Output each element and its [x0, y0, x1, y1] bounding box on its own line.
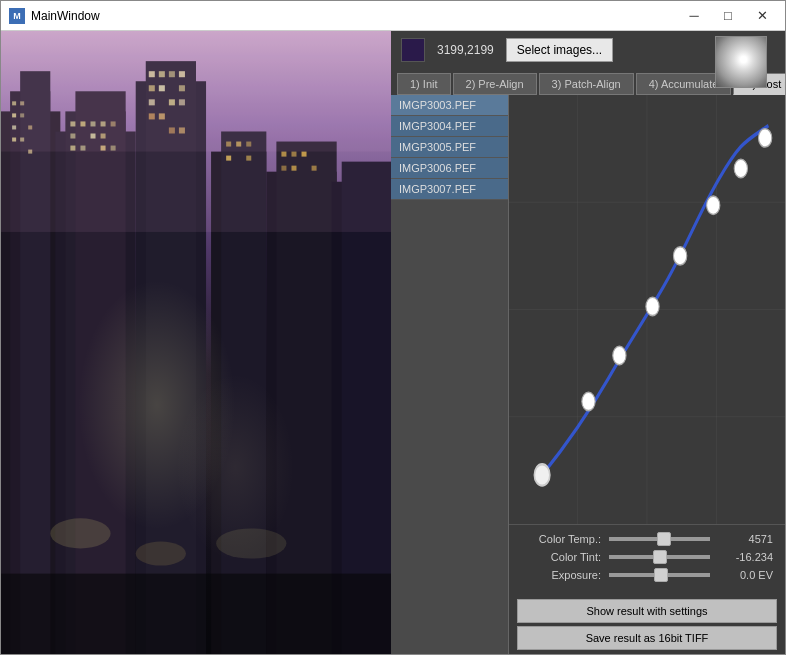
bottom-buttons: Show result with settings Save result as… [509, 595, 785, 654]
content-area: 3199,2199 Select images... 1) Init 2) Pr… [1, 31, 785, 654]
info-bar: 3199,2199 Select images... [391, 31, 785, 69]
exposure-label: Exposure: [521, 569, 601, 581]
color-tint-value: -16.234 [718, 551, 773, 563]
curve-point-0[interactable] [534, 464, 549, 485]
exposure-slider[interactable] [609, 573, 710, 577]
color-tint-row: Color Tint: -16.234 [521, 551, 773, 563]
curve-point-6[interactable] [734, 159, 747, 177]
curve-point-5[interactable] [707, 196, 720, 214]
select-images-button[interactable]: Select images... [506, 38, 613, 62]
curve-point-2[interactable] [613, 346, 626, 364]
tone-curve-svg [509, 95, 785, 524]
svg-rect-67 [1, 31, 391, 654]
curve-area: Color Temp.: 4571 Color Tint: -16.234 Ex… [509, 95, 785, 654]
middle-row: IMGP3003.PEF IMGP3004.PEF IMGP3005.PEF I… [391, 95, 785, 654]
maximize-button[interactable]: □ [713, 5, 743, 27]
file-item-1[interactable]: IMGP3004.PEF [391, 116, 508, 137]
preview-thumbnail [715, 36, 767, 88]
color-temp-label: Color Temp.: [521, 533, 601, 545]
show-result-button[interactable]: Show result with settings [517, 599, 777, 623]
curve-point-3[interactable] [646, 297, 659, 315]
save-result-button[interactable]: Save result as 16bit TIFF [517, 626, 777, 650]
file-list: IMGP3003.PEF IMGP3004.PEF IMGP3005.PEF I… [391, 95, 509, 654]
city-image [1, 31, 391, 654]
curve-point-4[interactable] [673, 247, 686, 265]
tab-init[interactable]: 1) Init [397, 73, 451, 95]
main-window: M MainWindow ─ □ ✕ [0, 0, 786, 655]
sliders-section: Color Temp.: 4571 Color Tint: -16.234 Ex… [509, 524, 785, 595]
window-controls: ─ □ ✕ [679, 5, 777, 27]
color-temp-row: Color Temp.: 4571 [521, 533, 773, 545]
tab-pre-align[interactable]: 2) Pre-Align [453, 73, 537, 95]
title-bar: M MainWindow ─ □ ✕ [1, 1, 785, 31]
exposure-value: 0.0 EV [718, 569, 773, 581]
top-right-area: Select images... [506, 38, 775, 62]
color-temp-slider[interactable] [609, 537, 710, 541]
color-temp-value: 4571 [718, 533, 773, 545]
tone-curve-canvas[interactable] [509, 95, 785, 524]
coordinates-label: 3199,2199 [437, 43, 494, 57]
file-item-4[interactable]: IMGP3007.PEF [391, 179, 508, 200]
color-tint-label: Color Tint: [521, 551, 601, 563]
file-item-0[interactable]: IMGP3003.PEF [391, 95, 508, 116]
file-item-2[interactable]: IMGP3005.PEF [391, 137, 508, 158]
minimize-button[interactable]: ─ [679, 5, 709, 27]
close-button[interactable]: ✕ [747, 5, 777, 27]
curve-point-1[interactable] [582, 392, 595, 410]
tab-patch-align[interactable]: 3) Patch-Align [539, 73, 634, 95]
right-panel: 3199,2199 Select images... 1) Init 2) Pr… [391, 31, 785, 654]
window-title: MainWindow [31, 9, 679, 23]
curve-point-7[interactable] [759, 129, 772, 147]
svg-rect-68 [1, 574, 391, 654]
file-item-3[interactable]: IMGP3006.PEF [391, 158, 508, 179]
exposure-row: Exposure: 0.0 EV [521, 569, 773, 581]
app-icon: M [9, 8, 25, 24]
color-swatch [401, 38, 425, 62]
color-tint-slider[interactable] [609, 555, 710, 559]
image-preview-panel [1, 31, 391, 654]
